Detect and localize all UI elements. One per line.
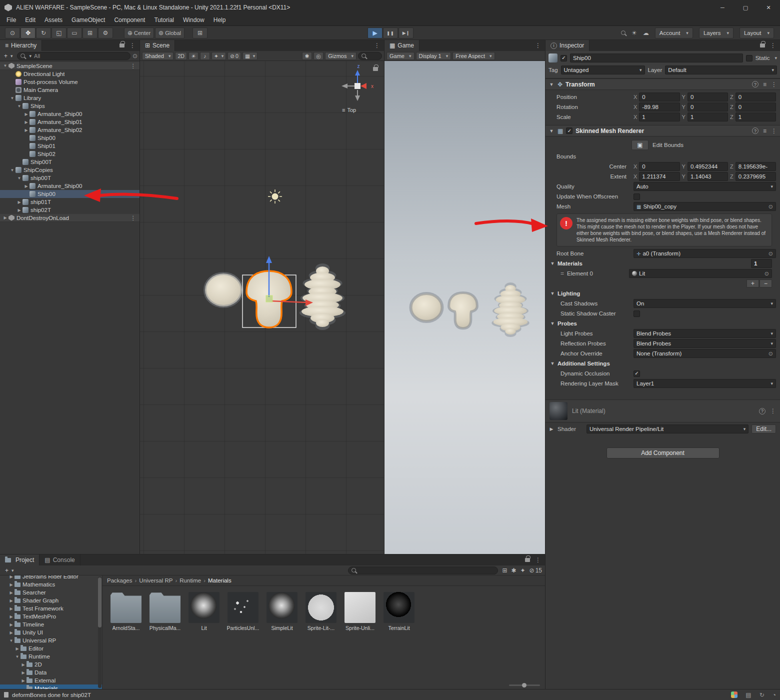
kebab-icon[interactable]: ⋮ xyxy=(771,128,777,134)
project-folder-shader-graph[interactable]: ▶Shader Graph xyxy=(0,596,102,604)
hierarchy-item-armature-ship02[interactable]: ▶Armature_Ship02 xyxy=(0,126,140,134)
help-icon[interactable]: ? xyxy=(752,128,758,134)
rotate-tool-button[interactable]: ↻ xyxy=(36,28,51,38)
hierarchy-search-input[interactable]: ▾ All xyxy=(17,52,130,60)
breadcrumb-materials[interactable]: Materials xyxy=(208,578,232,584)
kebab-icon[interactable]: ⋮ xyxy=(127,214,140,222)
status-message[interactable]: deformBones done for ship02T xyxy=(12,692,91,698)
light-probes-dropdown[interactable]: Blend Probes▾ xyxy=(634,329,776,338)
expander-icon[interactable]: ▼ xyxy=(9,168,16,172)
add-material-button[interactable]: + xyxy=(746,280,759,288)
directional-light-gizmo[interactable] xyxy=(268,190,282,204)
object-picker-icon[interactable]: ⊙ xyxy=(768,350,773,357)
materials-foldout[interactable]: ▼ Materials 1 xyxy=(546,258,776,268)
breadcrumb-runtime[interactable]: Runtime xyxy=(180,578,201,584)
scale-z-field[interactable]: 1 xyxy=(736,112,776,122)
kebab-icon[interactable]: ⋮ xyxy=(130,42,136,49)
custom-tool-button[interactable]: ⚙ xyxy=(98,28,113,38)
preset-icon[interactable]: ≡ xyxy=(763,128,766,134)
anchor-override-object-field[interactable]: None (Transform)⊙ xyxy=(634,349,776,358)
extent-z-field[interactable]: 0.2379695 xyxy=(736,172,776,181)
add-component-button[interactable]: Add Component xyxy=(606,448,720,458)
close-button[interactable]: ✕ xyxy=(757,0,780,15)
asset-particlesunl[interactable]: ParticlesUnl... xyxy=(226,592,260,631)
orientation-left-arrow[interactable] xyxy=(342,84,348,88)
aspect-dropdown[interactable]: Free Aspect▾ xyxy=(452,52,494,60)
expander-icon[interactable]: ▼ xyxy=(2,64,8,68)
scale-y-field[interactable]: 1 xyxy=(688,112,728,122)
scale-x-field[interactable]: 1 xyxy=(639,112,680,122)
create-asset-button[interactable]: +▾ xyxy=(3,567,16,574)
hierarchy-item-directional-light[interactable]: Directional Light xyxy=(0,70,140,78)
kebab-icon[interactable]: ⋮ xyxy=(770,408,776,414)
expander-icon[interactable]: ▼ xyxy=(9,96,16,100)
grid-snap-button[interactable]: ⊞ xyxy=(192,28,208,38)
scene-audio-toggle[interactable]: ♪ xyxy=(200,52,210,60)
lighting-foldout[interactable]: ▼ Lighting xyxy=(546,288,776,298)
position-z-field[interactable]: 0 xyxy=(736,92,776,102)
search-by-label-icon[interactable]: ✱ xyxy=(511,567,516,574)
scene-picker-icon[interactable]: ⊙ xyxy=(132,52,138,60)
menu-help[interactable]: Help xyxy=(209,15,230,26)
foldout-icon[interactable]: ▼ xyxy=(548,82,554,87)
material-header[interactable]: Lit (Material) ? ⋮ xyxy=(546,400,780,422)
object-name-field[interactable]: Ship00 xyxy=(570,54,743,62)
active-checkbox[interactable]: ✓ xyxy=(560,55,567,62)
search-by-type-icon[interactable]: ⊞ xyxy=(502,567,507,574)
rotation-z-field[interactable]: 0 xyxy=(736,102,776,112)
expander-icon[interactable]: ▼ xyxy=(14,654,20,659)
rotation-x-field[interactable]: -89.98 xyxy=(639,102,680,112)
asset-physicalma[interactable]: PhysicalMa... xyxy=(148,592,182,631)
menu-gameobject[interactable]: GameObject xyxy=(67,15,110,26)
layers-dropdown[interactable]: Layers▾ xyxy=(699,28,734,38)
hierarchy-item-samplescene[interactable]: ▼SampleScene⋮ xyxy=(0,62,140,70)
background-tasks-icon[interactable] xyxy=(731,692,738,698)
scene-tools-toggle[interactable]: ✱ xyxy=(302,52,312,60)
draw-mode-dropdown[interactable]: Shaded▾ xyxy=(142,52,174,60)
center-x-field[interactable]: 0 xyxy=(639,162,680,171)
expander-icon[interactable]: ▶ xyxy=(2,216,8,220)
dynamic-occlusion-checkbox[interactable]: ✓ xyxy=(634,370,640,377)
tab-inspector[interactable]: iInspector xyxy=(546,40,590,51)
gizmo-plane-handle[interactable] xyxy=(266,296,272,302)
kebab-icon[interactable]: ⋮ xyxy=(374,42,380,49)
tab-project[interactable]: Project xyxy=(0,554,40,566)
hidden-objects-toggle[interactable]: ⊘0 xyxy=(228,52,241,60)
orientation-cube[interactable] xyxy=(354,83,360,89)
object-picker-icon[interactable]: ⊙ xyxy=(768,250,773,257)
static-dropdown-icon[interactable]: ▾ xyxy=(772,56,777,60)
project-folder-unity-ui[interactable]: ▶Unity UI xyxy=(0,628,102,636)
object-picker-icon[interactable]: ⊙ xyxy=(768,204,773,210)
center-z-field[interactable]: 8.195639e- xyxy=(736,162,776,171)
rendering-layer-mask-dropdown[interactable]: Layer1▾ xyxy=(634,379,776,388)
expander-icon[interactable]: ▶ xyxy=(20,678,26,683)
orientation-down-arrow[interactable] xyxy=(355,96,360,101)
expander-icon[interactable]: ▶ xyxy=(8,622,14,627)
expander-icon[interactable]: ▶ xyxy=(8,582,14,587)
project-folder-test-framework[interactable]: ▶Test Framework xyxy=(0,604,102,612)
expander-icon[interactable]: ▶ xyxy=(8,606,14,611)
additional-settings-foldout[interactable]: ▼ Additional Settings xyxy=(546,358,776,368)
expander-icon[interactable]: ▶ xyxy=(20,670,26,675)
display-dropdown[interactable]: Display 1▾ xyxy=(416,52,452,60)
hierarchy-item-ship00[interactable]: Ship00 xyxy=(0,134,140,142)
activity-spinner-icon[interactable]: ◔ xyxy=(772,692,776,698)
foldout-icon[interactable]: ▼ xyxy=(548,128,554,134)
orientation-mode[interactable]: ≡Top xyxy=(342,107,356,113)
foldout-icon[interactable]: ▶ xyxy=(548,426,554,432)
hierarchy-item-post-process-volume[interactable]: Post-process Volume xyxy=(0,78,140,86)
project-folder-universal-rp[interactable]: ▼Universal RP xyxy=(0,636,102,644)
project-folder-timeline[interactable]: ▶Timeline xyxy=(0,620,102,628)
drag-handle-icon[interactable]: = xyxy=(560,270,564,277)
move-tool-button[interactable]: ✥ xyxy=(20,28,36,38)
scene-camera-toggle[interactable]: ◎ xyxy=(314,52,324,60)
tab-scene[interactable]: ⊞Scene xyxy=(140,40,175,51)
static-checkbox[interactable] xyxy=(746,55,752,62)
breadcrumb-packages[interactable]: Packages xyxy=(107,578,132,584)
root-bone-object-field[interactable]: ✛ a0 (Transform) ⊙ xyxy=(634,249,776,258)
project-folder-runtime[interactable]: ▼Runtime xyxy=(0,652,102,660)
skinned-mesh-renderer-header[interactable]: ▼ ▦ ✓ Skinned Mesh Renderer ? ≡ ⋮ xyxy=(546,125,780,136)
step-button[interactable]: ▶❙ xyxy=(398,28,414,38)
expander-icon[interactable]: ▶ xyxy=(8,630,14,635)
materials-size-field[interactable]: 1 xyxy=(751,259,772,268)
